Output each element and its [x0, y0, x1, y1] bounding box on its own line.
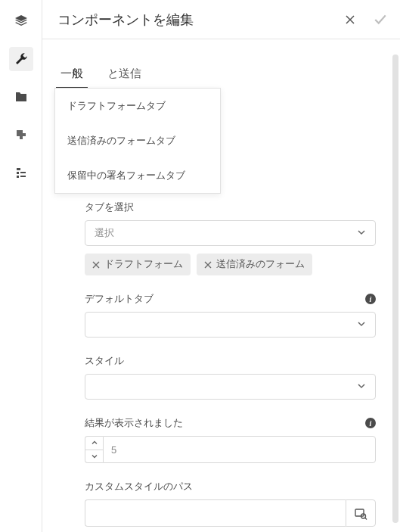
chevron-down-icon	[357, 319, 366, 331]
chevron-down-icon	[357, 381, 366, 393]
remove-tag-submitted[interactable]	[204, 261, 212, 269]
field-custom-path: カスタムスタイルのパス	[85, 480, 376, 527]
field-results: 結果が表示されました i	[85, 416, 376, 463]
dialog-header: コンポーネントを編集	[42, 0, 400, 39]
scrollbar[interactable]	[392, 54, 398, 523]
rail-item-content-tree[interactable]	[9, 160, 33, 185]
field-default-tab: デフォルトタブ i	[85, 292, 376, 338]
tab-send[interactable]: と送信	[95, 59, 153, 89]
style-dropdown[interactable]	[85, 374, 376, 400]
confirm-button[interactable]	[373, 12, 388, 27]
style-label: スタイル	[85, 354, 124, 368]
dialog-title: コンポーネントを編集	[57, 11, 343, 29]
default-tab-dropdown[interactable]	[85, 312, 376, 338]
results-input[interactable]	[103, 436, 376, 463]
rail-item-assets[interactable]	[9, 85, 33, 109]
rail-item-layers[interactable]	[9, 9, 33, 33]
chevron-down-icon	[357, 228, 366, 239]
rail-item-components[interactable]	[9, 123, 33, 147]
close-button[interactable]	[343, 12, 358, 27]
svg-rect-0	[23, 136, 26, 139]
tag-submitted-form: 送信済みのフォーム	[197, 254, 312, 275]
tag-draft-form: ドラフトフォーム	[85, 254, 191, 275]
tab-bar: 一般 と送信 ドラフトフォームタブ 送信済みのフォームタブ 保留中の署名フォーム…	[48, 59, 376, 89]
remove-tag-draft[interactable]	[92, 261, 100, 269]
rail-item-wrench[interactable]	[9, 47, 33, 71]
default-tab-label: デフォルトタブ	[85, 292, 153, 306]
custom-path-label: カスタムスタイルのパス	[85, 480, 193, 493]
step-up-button[interactable]	[85, 437, 103, 450]
tab-general[interactable]: 一般	[48, 59, 95, 89]
dropdown-item-draft-tab[interactable]: ドラフトフォームタブ	[55, 89, 220, 123]
field-select-tab: タブを選択 選択	[85, 201, 376, 275]
left-rail	[0, 0, 42, 532]
select-tab-label: タブを選択	[85, 201, 134, 214]
browse-path-button[interactable]	[346, 499, 376, 527]
select-tab-value: 選択	[95, 226, 114, 240]
info-icon[interactable]: i	[365, 418, 376, 428]
dropdown-item-pending-sign-tab[interactable]: 保留中の署名フォームタブ	[55, 158, 220, 193]
tag-submitted-label: 送信済みのフォーム	[216, 258, 305, 271]
results-label: 結果が表示されました	[85, 416, 183, 430]
svg-rect-1	[355, 509, 364, 516]
tab-dropdown-menu: ドラフトフォームタブ 送信済みのフォームタブ 保留中の署名フォームタブ	[54, 88, 221, 194]
step-down-button[interactable]	[85, 450, 103, 463]
tag-draft-label: ドラフトフォーム	[104, 258, 183, 271]
custom-path-input[interactable]	[85, 499, 346, 527]
info-icon[interactable]: i	[365, 294, 376, 304]
field-style: スタイル	[85, 354, 376, 400]
dropdown-item-submitted-tab[interactable]: 送信済みのフォームタブ	[55, 123, 220, 158]
select-tab-dropdown[interactable]: 選択	[85, 220, 376, 246]
